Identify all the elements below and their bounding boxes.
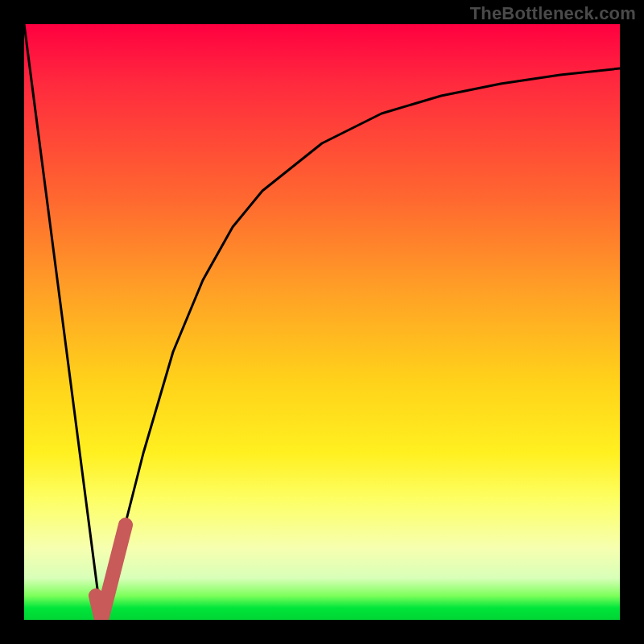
chart-svg: [24, 24, 620, 620]
watermark-text: TheBottleneck.com: [470, 3, 636, 24]
highlight-marker: [96, 525, 126, 620]
chart-frame: TheBottleneck.com: [0, 0, 644, 644]
curve-path: [24, 24, 620, 620]
plot-area: [24, 24, 620, 620]
